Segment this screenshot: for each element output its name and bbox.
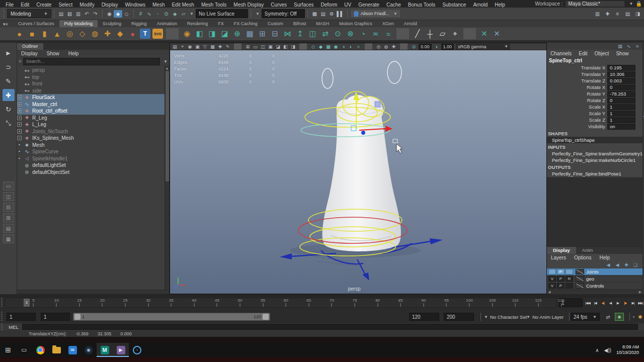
wedge-icon[interactable]: ◔ <box>357 28 369 40</box>
menu-item[interactable]: Edit <box>17 2 33 8</box>
bookmark-icon[interactable]: ▽ <box>201 43 209 50</box>
new-scene-icon[interactable]: ▤ <box>57 10 65 18</box>
step-back-frame-button[interactable]: |◀ <box>592 299 599 307</box>
taskbar-button[interactable]: ⊞ <box>0 343 16 357</box>
outliner-tree-item[interactable]: IKs_Splines_Mesh <box>17 135 165 142</box>
layer-visibility-toggle[interactable]: V <box>548 276 556 282</box>
sep[interactable] <box>166 28 179 39</box>
layer-name[interactable]: geo <box>586 276 594 282</box>
selected-object-name[interactable]: SpineTop_ctrl <box>547 57 642 64</box>
grease-pencil-icon[interactable]: ✎ <box>224 43 231 50</box>
move-layer-down-icon[interactable]: ◀ <box>614 261 620 268</box>
menu-item[interactable]: Create <box>33 2 55 8</box>
snap-to-point-icon[interactable]: ◦ <box>153 10 162 18</box>
poly-cube-icon[interactable]: ■ <box>26 28 38 40</box>
chevron-down-icon[interactable]: ▼ <box>190 12 194 16</box>
sep[interactable] <box>463 28 476 39</box>
layer-editor-menu-item[interactable]: Layers <box>547 255 570 260</box>
chevron-down-icon[interactable]: ▼ <box>256 12 260 16</box>
expand-toggle-icon[interactable] <box>17 122 22 127</box>
outliner-tree-item[interactable]: persp <box>17 67 165 74</box>
shelf-tab[interactable]: Custom <box>263 20 288 27</box>
poly-super-ellipse-icon[interactable]: ● <box>126 28 139 40</box>
menu-item[interactable]: Help <box>491 2 509 8</box>
expand-toggle-icon[interactable] <box>17 116 22 120</box>
tray-chevron-icon[interactable]: ∧ <box>595 347 599 353</box>
playback-end-field[interactable] <box>409 313 439 321</box>
chevron-down-icon[interactable]: ▼ <box>164 59 168 64</box>
redo-icon[interactable]: ↷ <box>91 10 100 18</box>
attribute-name[interactable]: Visibility <box>588 124 605 129</box>
range-slider[interactable]: 1 120 <box>73 313 270 321</box>
shelf-tab[interactable]: Sculpting <box>98 20 126 27</box>
poly-torus-icon[interactable]: ◎ <box>63 28 76 40</box>
attribute-value-field[interactable]: 0.195 <box>607 65 635 71</box>
shelf-tab[interactable]: Motion Graphics <box>334 20 377 27</box>
layout-persp-outliner-icon[interactable]: ▤ <box>3 224 14 233</box>
sep[interactable] <box>234 43 242 50</box>
outliner-tree-item[interactable]: Root_ctrl_offset <box>17 108 165 115</box>
taskbar-button[interactable] <box>32 343 48 357</box>
exposure-icon[interactable]: ⊙ <box>410 43 418 50</box>
viewport-canvas[interactable]: Verts: 4226 0 0 Edges: 8448 0 0 <box>170 50 546 294</box>
move-tool-icon[interactable]: ✚ <box>3 89 15 101</box>
symmetry-field[interactable]: Symmetry: Off <box>262 9 305 18</box>
shelf-tab[interactable]: Bifrost <box>288 20 311 27</box>
2d-pan-zoom-icon[interactable]: ✚ <box>216 43 224 50</box>
detach-icon[interactable]: ⊗ <box>344 28 357 40</box>
character-controls-icon[interactable]: ✱ <box>636 313 644 321</box>
layout-four-pane-icon[interactable]: ⊞ <box>3 213 14 222</box>
menu-item[interactable]: Mesh Display <box>230 2 267 8</box>
step-forward-frame-button[interactable]: ▶| <box>629 299 636 307</box>
menu-item[interactable]: Deform <box>317 2 341 8</box>
scroll-up-icon[interactable]: ▲ <box>166 66 169 70</box>
separate-icon[interactable]: ◨ <box>206 28 218 40</box>
taskbar-button[interactable]: ✉ <box>64 343 80 357</box>
svg-tool-icon[interactable]: SVG <box>152 29 163 39</box>
resolution-gate-icon[interactable]: ◫ <box>259 43 267 50</box>
attribute-name[interactable]: Translate Z <box>581 78 605 83</box>
outliner-search-input[interactable] <box>23 58 160 65</box>
expand-toggle-icon[interactable] <box>17 143 22 147</box>
outliner-tree-item[interactable]: FlourSack <box>17 94 165 101</box>
menu-item[interactable]: Mesh <box>149 2 168 8</box>
range-start-handle[interactable] <box>74 314 80 320</box>
hypershade-icon[interactable]: ✚ <box>603 10 612 18</box>
attribute-value-field[interactable]: 1 <box>607 117 635 123</box>
filter-icon[interactable]: ⌗ <box>19 58 22 64</box>
select-camera-icon[interactable]: ⌖ <box>179 43 186 50</box>
expand-toggle-icon[interactable] <box>17 156 22 161</box>
animation-end-field[interactable] <box>444 313 474 321</box>
range-end-handle[interactable] <box>263 314 269 320</box>
layer-display-type-toggle[interactable] <box>566 269 573 275</box>
channel-stats-icon[interactable]: ▤ <box>617 43 623 50</box>
sep[interactable] <box>299 43 307 50</box>
menu-item[interactable]: Select <box>55 2 76 8</box>
layout-single-pane-icon[interactable]: ▭ <box>3 182 14 191</box>
scroll-left-icon[interactable]: ◀ <box>548 290 550 294</box>
menu-item[interactable]: Windows <box>121 2 149 8</box>
layer-color-swatch[interactable] <box>576 269 584 275</box>
film-gate-icon[interactable]: ▭ <box>252 43 259 50</box>
render-sequence-icon[interactable]: ▤ <box>319 10 328 18</box>
move-layer-up-icon[interactable]: ◀ <box>605 261 611 268</box>
select-object-icon[interactable]: ◈ <box>114 10 122 18</box>
shaded-icon[interactable]: ◆ <box>317 43 325 50</box>
outliner-tab[interactable]: Outliner <box>17 43 43 50</box>
layer-editor-menu-item[interactable]: Options <box>570 255 595 260</box>
select-hierarchy-icon[interactable]: ◉ <box>105 10 114 18</box>
layer-name[interactable]: Controls <box>586 283 604 289</box>
outliner-tree-item[interactable]: R_Leg <box>17 115 165 122</box>
select-tool-icon[interactable]: ► <box>3 47 15 59</box>
outliner-tree-item[interactable]: Joints_NoTouch <box>17 128 165 135</box>
lock-camera-icon[interactable]: ◉ <box>186 43 194 50</box>
joints-xray-icon[interactable]: ✚ <box>390 43 397 50</box>
previous-key-button[interactable]: ◀| <box>599 299 606 307</box>
attribute-name[interactable]: Scale X <box>589 104 605 110</box>
layer-editor-menu-item[interactable]: Help <box>595 255 614 260</box>
layer-color-swatch[interactable] <box>576 276 584 282</box>
shelf-tab[interactable]: Arnold <box>399 20 422 27</box>
extrude-icon[interactable]: ↥ <box>294 28 306 40</box>
scroll-right-icon[interactable]: ▶ <box>639 290 641 294</box>
isolate-select-icon[interactable]: ◎ <box>375 43 382 50</box>
